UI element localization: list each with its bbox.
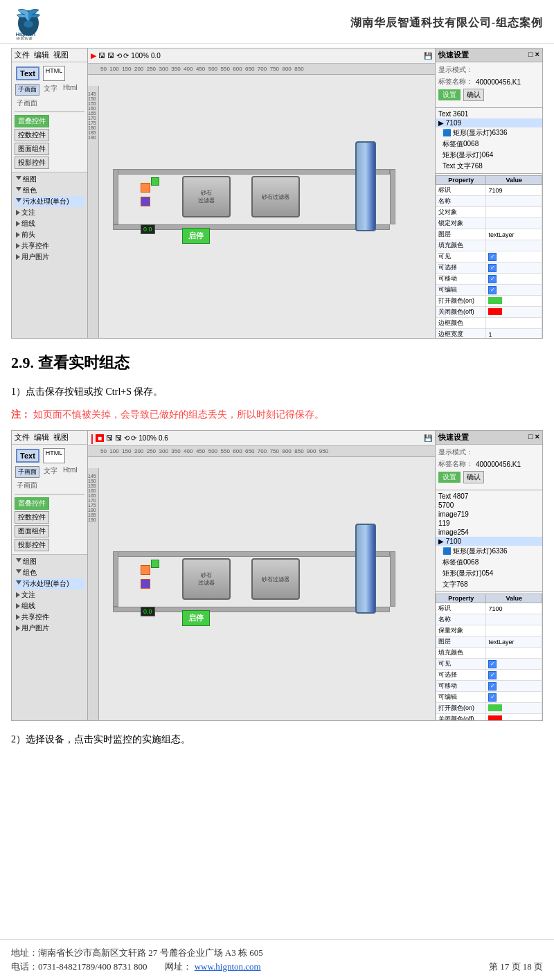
tree-item-rect064[interactable]: 矩形(显示灯)064 [436, 150, 542, 161]
footer-address: 地址：湖南省长沙市高新区文轩路 27 号麓谷企业广场 A3 栋 605 [11, 947, 263, 959]
canvas-save-icon[interactable]: 💾 [424, 52, 432, 60]
prop-visible-label: 可见 [436, 251, 486, 262]
prop-layer-label-2: 图层 [436, 636, 486, 648]
tree-item-5700[interactable]: 5700 [436, 501, 542, 510]
tree-item-label0068[interactable]: 标签值0068 [436, 139, 542, 150]
canvas-drawing-1[interactable]: 砂石过滤器 砂石过滤器 0.0 [99, 86, 435, 338]
project-btn[interactable]: 投影控件 [15, 157, 49, 169]
prop-col-value-2: Value [486, 594, 542, 603]
html-label-2: Html [61, 465, 80, 479]
footer-left: 地址：湖南省长沙市高新区文轩路 27 号麓谷企业广场 A3 栋 605 电话：0… [11, 947, 263, 973]
prop-move-val: ✓ [486, 274, 542, 285]
tree-item-rect6336-2[interactable]: 🟦 矩形(显示灯)6336 [436, 546, 542, 557]
step1-text: 1）点击保存按钮或按 Ctrl+S 保存。 [11, 383, 543, 400]
num-ctrl-btn-2[interactable]: 控数控件 [15, 511, 49, 524]
start-button-2[interactable]: 启停 [182, 610, 210, 626]
footer-website-link[interactable]: www.hignton.com [195, 961, 261, 972]
display-value-2: 0.0 [141, 607, 155, 616]
canvas-main-1: 145150155160165170 175180185190 [88, 75, 435, 338]
menu-edit-2[interactable]: 编辑 [34, 432, 49, 443]
canvas-drawing-2[interactable]: 砂石过滤器 砂石过滤器 0.0 启停 [99, 468, 435, 720]
nav-item-shared[interactable]: 共享控件 [15, 240, 84, 251]
html-button[interactable]: HTML [43, 66, 66, 81]
menu-file-2[interactable]: 文件 [15, 432, 30, 443]
page-footer: 地址：湖南省长沙市高新区文轩路 27 号麓谷企业广场 A3 栋 605 电话：0… [0, 939, 554, 980]
sim-toolbar-1: Text HTML 子画面 文字 Html 子画面 置叠控件 控数控件 图面组件… [12, 62, 87, 172]
prop-on-color-val [486, 296, 542, 307]
html-button-2[interactable]: HTML [43, 448, 66, 463]
prop-layer-val-2: textLayer [486, 636, 542, 648]
sub-button[interactable]: 子画面 [15, 84, 39, 96]
tree-item-7100[interactable]: ▶ 7100 [436, 537, 542, 546]
valve-2 [141, 197, 150, 206]
display-value: 0.0 [141, 224, 155, 234]
nav-item-userimg[interactable]: 用户图片 [15, 251, 84, 262]
tree-item-label0068-2[interactable]: 标签值0068 [436, 557, 542, 568]
header-title: 湖南华辰智通科技有限公司-组态案例 [350, 16, 543, 30]
sub-button-2[interactable]: 子画面 [15, 466, 39, 478]
screenshot-1: 文件 编辑 视图 Text HTML 子画面 文字 Html 子画面 置叠控件 … [11, 48, 543, 339]
overlay-btn[interactable]: 置叠控件 [15, 115, 49, 127]
nav-item-note-2[interactable]: 文注 [15, 589, 84, 600]
svg-text:Hignton: Hignton [16, 31, 36, 37]
tree-item-7109[interactable]: ▶ 7109 [436, 118, 542, 127]
nav-item-water-2[interactable]: 污水处理(单台) [15, 578, 84, 589]
menu-view-2[interactable]: 视图 [53, 432, 69, 443]
canvas-component-btn-2[interactable]: 图面组件 [15, 525, 49, 537]
quick-settings-body-2: 显示模式： 标签名称： 400000456.K1 设置 确认 [436, 445, 542, 488]
sim-nav-tree-2: 组图 组色 污水处理(单台) 文注 组线 共享控件 [12, 555, 87, 635]
tree-item-3601[interactable]: Text 3601 [436, 109, 542, 118]
start-button[interactable]: 启停 [182, 228, 210, 244]
canvas-save-icon-2[interactable]: 💾 [424, 434, 432, 442]
text-widget[interactable]: Text [16, 66, 39, 80]
nav-item-userimg-2[interactable]: 用户图片 [15, 623, 84, 634]
tree-item-119[interactable]: 119 [436, 519, 542, 528]
tree-item-image719[interactable]: image719 [436, 510, 542, 519]
prop-id-label-2: 标识 [436, 603, 486, 614]
quick-settings-title: 快速设置 □ × [436, 48, 542, 62]
canvas-pos-2: 0.6 [159, 434, 168, 442]
qs-confirm-button-2[interactable]: 确认 [463, 471, 484, 483]
text-widget-2[interactable]: Text [16, 449, 39, 463]
nav-item-color[interactable]: 组色 [15, 185, 84, 196]
canvas-pos: 0.0 [151, 52, 161, 60]
num-ctrl-btn[interactable]: 控数控件 [15, 129, 49, 141]
nav-item-graph-2[interactable]: 组图 [15, 556, 84, 567]
nav-item-line-2[interactable]: 组线 [15, 600, 84, 612]
tree-item-rect054[interactable]: 矩形(显示灯)054 [436, 568, 542, 579]
nav-item-water[interactable]: 污水处理(单台) [15, 196, 84, 207]
prop-off-color-label: 关闭颜色(off) [436, 307, 486, 318]
sim-sidebar-1: 文件 编辑 视图 Text HTML 子画面 文字 Html 子画面 置叠控件 … [12, 48, 88, 338]
overlay-btn-2[interactable]: 置叠控件 [15, 497, 49, 510]
canvas-zoom-label-2: 100% [138, 434, 157, 442]
footer-page-info: 第 17 页 18 页 [489, 961, 543, 973]
page-header: Hignton 华辰智通 湖南华辰智通科技有限公司-组态案例 [0, 0, 554, 44]
tree-item-4807[interactable]: Text 4807 [436, 492, 542, 501]
tree-item-text768-2[interactable]: 文字768 [436, 579, 542, 590]
tree-item-image254[interactable]: image254 [436, 528, 542, 537]
menu-view[interactable]: 视图 [53, 50, 69, 60]
prop-edit-val-2: ✓ [486, 692, 542, 703]
nav-item-arrow[interactable]: 前头 [15, 229, 84, 240]
ruler-top-2: 50 100 150 200 250 300 350 400 450 500 5… [88, 446, 435, 457]
canvas-toolbar-icons: 🖫 🖫 ⟲ ⟳ [98, 52, 129, 60]
nav-item-line[interactable]: 组线 [15, 218, 84, 229]
canvas-component-btn[interactable]: 图面组件 [15, 143, 49, 155]
tree-item-rect6336[interactable]: 🟦 矩形(显示灯)6336 [436, 127, 542, 139]
qs-tagname-row: 标签名称： 400000456.K1 [438, 77, 539, 87]
nav-item-color-2[interactable]: 组色 [15, 567, 84, 578]
menu-edit[interactable]: 编辑 [34, 50, 49, 60]
qs-set-button-2[interactable]: 设置 [438, 472, 461, 483]
tree-item-text768[interactable]: Text 文字768 [436, 161, 542, 172]
qs-confirm-button[interactable]: 确认 [463, 89, 484, 101]
prop-select-val: ✓ [486, 262, 542, 274]
nav-item-note[interactable]: 文注 [15, 207, 84, 218]
qs-set-button[interactable]: 设置 [438, 89, 461, 100]
nav-item-graph[interactable]: 组图 [15, 174, 84, 185]
nav-item-shared-2[interactable]: 共享控件 [15, 612, 84, 623]
prop-select-val-2: ✓ [486, 670, 542, 681]
menu-file[interactable]: 文件 [15, 50, 30, 60]
ruler-left-2: 145150155160165170 175180185190 [88, 468, 99, 720]
project-btn-2[interactable]: 投影控件 [15, 539, 49, 551]
screenshot-2: 文件 编辑 视图 Text HTML 子画面 文字 Html 子画面 置叠控件 … [11, 430, 543, 721]
